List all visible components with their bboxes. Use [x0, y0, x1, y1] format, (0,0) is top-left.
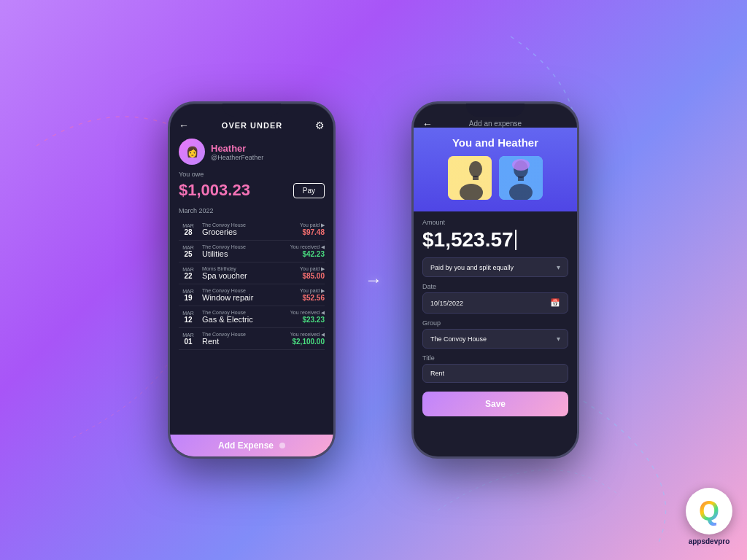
person-photo-1 — [448, 156, 492, 200]
expense-day: 19 — [179, 294, 198, 302]
title-label: Title — [422, 354, 568, 362]
you-and-heather-title: You and Heather — [422, 136, 568, 149]
expense-group: The Convoy House — [202, 310, 290, 315]
phone1-back-button[interactable]: ← — [179, 120, 189, 131]
expense-amount: $2,100.00 — [290, 338, 325, 346]
expense-status: You paid ▶ — [300, 266, 325, 272]
logo-area: Q appsdevpro — [686, 488, 732, 545]
people-photos — [422, 156, 568, 200]
expense-name: Groceries — [202, 228, 300, 236]
title-value: Rent — [430, 370, 444, 377]
expense-group: The Convoy House — [202, 244, 290, 249]
expense-date: MAR 22 — [179, 267, 198, 280]
amount-display[interactable]: $1,523.57 — [422, 228, 568, 252]
date-value: 10/15/2022 — [430, 300, 463, 307]
logo-circle: Q — [686, 488, 732, 534]
expense-status: You received ◀ — [290, 244, 325, 250]
expense-date: MAR 28 — [179, 223, 198, 236]
expense-day: 25 — [179, 250, 198, 258]
group-dropdown[interactable]: The Convoy House ▾ — [422, 329, 568, 349]
list-item[interactable]: MAR 28 The Convoy House Groceries You pa… — [179, 219, 325, 241]
expense-amount: $23.23 — [290, 316, 325, 324]
expense-group: Moms Birthday — [202, 266, 300, 271]
flow-arrow: → — [365, 270, 382, 290]
expense-info: The Convoy House Groceries — [202, 222, 300, 236]
expense-amount: $42.23 — [290, 250, 325, 258]
user-handle: @HeatherFeather — [211, 154, 263, 161]
amount-label: Amount — [422, 219, 568, 226]
avatar-image: 👩 — [179, 139, 205, 165]
user-info: Heather @HeatherFeather — [211, 143, 263, 161]
phone-1: ← OVER UNDER ⚙ 👩 Heather @HeatherFeather… — [168, 101, 336, 459]
chevron-down-icon: ▾ — [557, 335, 560, 343]
expense-amount-col: You received ◀ $23.23 — [290, 310, 325, 324]
pay-button[interactable]: Pay — [293, 183, 325, 198]
expense-group: The Convoy House — [202, 332, 290, 337]
expense-month: MAR — [179, 245, 198, 250]
phone1-notch — [222, 104, 281, 117]
group-label: Group — [422, 319, 568, 327]
phone1-header: ← OVER UNDER ⚙ — [179, 120, 325, 131]
calendar-icon: 📅 — [550, 298, 560, 308]
chevron-down-icon: ▾ — [557, 263, 560, 271]
list-item[interactable]: MAR 01 The Convoy House Rent You receive… — [179, 328, 325, 350]
expense-date: MAR 01 — [179, 332, 198, 346]
owe-label: You owe — [179, 171, 325, 178]
expense-month: MAR — [179, 267, 198, 272]
user-name: Heather — [211, 143, 263, 154]
expense-day: 01 — [179, 338, 198, 346]
title-input[interactable]: Rent — [422, 364, 568, 383]
expense-status: You received ◀ — [290, 310, 325, 316]
expense-info: The Convoy House Window repair — [202, 288, 300, 302]
expense-month: MAR — [179, 289, 198, 294]
user-row: 👩 Heather @HeatherFeather — [179, 139, 325, 165]
phone2-content: ← Add an expense You and Heather — [414, 104, 577, 456]
expense-amount: $52.56 — [300, 294, 325, 302]
settings-icon[interactable]: ⚙ — [315, 120, 325, 131]
expense-status: You received ◀ — [290, 332, 325, 338]
list-item[interactable]: MAR 22 Moms Birthday Spa voucher You pai… — [179, 262, 325, 284]
svg-rect-2 — [473, 176, 479, 180]
expense-day: 28 — [179, 228, 198, 236]
expense-amount-col: You paid ▶ $52.56 — [300, 288, 325, 302]
phone2-back-button[interactable]: ← — [422, 118, 433, 130]
expense-month: MAR — [179, 223, 198, 228]
amount-value: $1,523.57 — [422, 228, 514, 252]
logo-text: appsdevpro — [689, 537, 730, 545]
list-item[interactable]: MAR 25 The Convoy House Utilities You re… — [179, 241, 325, 262]
phone1-content: ← OVER UNDER ⚙ 👩 Heather @HeatherFeather… — [170, 104, 333, 456]
expense-amount-col: You received ◀ $42.23 — [290, 244, 325, 258]
expense-name: Window repair — [202, 293, 300, 302]
svg-rect-7 — [518, 176, 524, 181]
split-dropdown[interactable]: Paid by you and split equally ▾ — [422, 257, 568, 277]
expense-amount-col: You paid ▶ $85.00 — [300, 266, 325, 280]
list-item[interactable]: MAR 19 The Convoy House Window repair Yo… — [179, 284, 325, 306]
phone2-header: ← Add an expense — [414, 120, 577, 128]
phone-2: ← Add an expense You and Heather — [411, 101, 579, 459]
list-item[interactable]: MAR 12 The Convoy House Gas & Electric Y… — [179, 306, 325, 328]
group-value: The Convoy House — [430, 335, 487, 343]
expense-date: MAR 25 — [179, 245, 198, 258]
expense-amount-col: You paid ▶ $97.48 — [300, 222, 325, 236]
expense-list: MAR 28 The Convoy House Groceries You pa… — [179, 219, 325, 449]
expense-info: The Convoy House Utilities — [202, 244, 290, 258]
expense-name: Utilities — [202, 249, 290, 258]
phones-wrapper: ← OVER UNDER ⚙ 👩 Heather @HeatherFeather… — [168, 101, 579, 459]
split-value: Paid by you and split equally — [430, 264, 514, 271]
owe-amount: $1,003.23 — [179, 181, 250, 200]
expense-amount: $97.48 — [300, 228, 325, 236]
phone1-title: OVER UNDER — [222, 121, 282, 130]
date-label: Date — [422, 283, 568, 290]
svg-point-6 — [512, 159, 530, 171]
date-input[interactable]: 10/15/2022 📅 — [422, 292, 568, 314]
person-photo-2 — [499, 156, 543, 200]
add-expense-bar[interactable]: Add Expense — [170, 435, 333, 456]
phone2-notch — [466, 104, 525, 117]
svg-point-1 — [469, 161, 482, 177]
save-button[interactable]: Save — [422, 392, 568, 416]
you-and-heather-section: You and Heather — [414, 128, 577, 211]
expense-day: 22 — [179, 272, 198, 280]
expense-name: Spa voucher — [202, 271, 300, 280]
expense-name: Rent — [202, 337, 290, 346]
arrow-connector: → — [365, 270, 382, 290]
